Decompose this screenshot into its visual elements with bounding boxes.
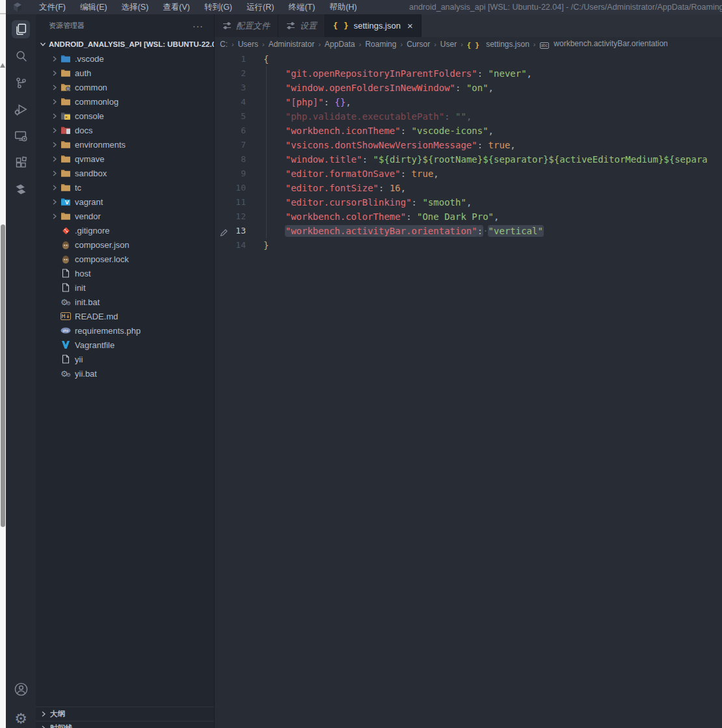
- code-line-2[interactable]: 2 "git.openRepositoryInParentFolders": "…: [215, 66, 722, 81]
- breadcrumb-item-6[interactable]: User: [440, 40, 457, 49]
- line-number: 9: [215, 167, 246, 181]
- tree-item-composer.json[interactable]: composer.json: [36, 237, 214, 252]
- code-line-11[interactable]: 11 "editor.cursorBlinking": "smooth",: [215, 195, 722, 209]
- account-icon[interactable]: [12, 680, 30, 698]
- line-number: 11: [215, 195, 246, 209]
- tree-root-folder[interactable]: ANDROID_ANALYSIS_API [WSL: UBUNTU-22.04]: [36, 37, 214, 51]
- line-number: 3: [215, 81, 246, 95]
- titlebar: 文件(F)编辑(E)选择(S)查看(V)转到(G)运行(R)终端(T)帮助(H)…: [6, 0, 722, 14]
- tree-item-qvmave[interactable]: qvmave: [36, 152, 214, 166]
- breadcrumb-item-7[interactable]: { } settings.json: [466, 40, 530, 49]
- folder-vagrant-icon: V: [60, 196, 72, 207]
- code-line-6[interactable]: 6 "workbench.iconTheme": "vscode-icons",: [215, 124, 722, 138]
- menu-item-4[interactable]: 转到(G): [197, 0, 239, 14]
- tree-item-commonlog[interactable]: commonlog: [36, 94, 214, 109]
- tree-item-yii.bat[interactable]: ⚙⚙yii.bat: [36, 366, 214, 381]
- close-icon[interactable]: ×: [407, 21, 413, 31]
- tree-item-READE.md[interactable]: READE.md: [36, 309, 214, 323]
- source-control-icon[interactable]: [12, 74, 30, 92]
- menu-item-6[interactable]: 终端(T): [281, 0, 322, 14]
- breadcrumb-item-1[interactable]: Users: [237, 40, 259, 49]
- chevron-right-icon: [49, 113, 60, 119]
- menu-item-1[interactable]: 编辑(E): [73, 0, 114, 14]
- breadcrumb-item-3[interactable]: AppData: [324, 40, 356, 49]
- chevron-right-icon: [49, 213, 60, 219]
- menu-item-3[interactable]: 查看(V): [155, 0, 197, 14]
- code-line-10[interactable]: 10 "editor.fontSize": 16,: [215, 181, 722, 195]
- run-debug-icon[interactable]: [12, 100, 30, 118]
- tree-item-host[interactable]: host: [36, 266, 214, 280]
- tree-item-common[interactable]: common: [36, 80, 214, 94]
- bat-icon: ⚙⚙: [60, 297, 72, 307]
- tree-item-environments[interactable]: environments: [36, 137, 214, 152]
- tree-item-composer.lock[interactable]: composer.lock: [36, 252, 214, 266]
- folder-icon: [60, 139, 72, 150]
- code-line-8[interactable]: 8 "window.title": "${dirty}${rootName}${…: [215, 152, 722, 167]
- tree-item-sandbox[interactable]: sandbox: [36, 166, 214, 180]
- line-number: 10: [215, 181, 246, 195]
- code-line-9[interactable]: 9 "editor.formatOnSave": true,: [215, 167, 722, 181]
- tree-item-yii[interactable]: yii: [36, 352, 214, 366]
- folder-common-icon: [60, 82, 72, 92]
- background-window-strip: [0, 0, 6, 728]
- more-actions-icon[interactable]: ···: [193, 21, 204, 31]
- code-line-13[interactable]: 13 "workbench.activityBar.orientation":·…: [215, 224, 722, 238]
- line-number: 5: [215, 109, 246, 124]
- tree-item-vagrant[interactable]: Vvagrant: [36, 195, 214, 209]
- breadcrumb-separator: ›: [228, 40, 237, 48]
- tree-item-label: composer.lock: [75, 254, 129, 264]
- editor-tab-2[interactable]: { }settings.json×: [325, 14, 421, 37]
- strip-divider: [0, 13, 6, 14]
- remote-explorer-icon[interactable]: [12, 127, 30, 145]
- line-number: 6: [215, 124, 246, 138]
- breadcrumb-separator: ›: [259, 40, 268, 48]
- menu-item-0[interactable]: 文件(F): [32, 0, 73, 14]
- timeline-section[interactable]: 时间线: [36, 721, 214, 728]
- json-icon: { }: [467, 41, 483, 49]
- editor-tab-0[interactable]: 配置文件: [215, 14, 278, 37]
- chevron-right-icon: [49, 85, 60, 90]
- code-line-12[interactable]: 12 "workbench.colorTheme": "One Dark Pro…: [215, 209, 722, 224]
- tree-item-init.bat[interactable]: ⚙⚙init.bat: [36, 295, 214, 309]
- tree-item-console[interactable]: >_console: [36, 109, 214, 123]
- code-line-14[interactable]: 14}: [215, 238, 722, 252]
- code-line-1[interactable]: 1{: [215, 52, 722, 66]
- tree-item-.gitignore[interactable]: .gitignore: [36, 223, 214, 237]
- extensions-icon[interactable]: [12, 154, 30, 172]
- tree-item-label: Vagrantfile: [75, 340, 114, 350]
- background-scrollbar-thumb[interactable]: [1, 224, 5, 527]
- tree-item-init[interactable]: init: [36, 280, 214, 295]
- tree-item-auth[interactable]: auth: [36, 66, 214, 80]
- code-editor[interactable]: 1{2 "git.openRepositoryInParentFolders":…: [215, 51, 722, 252]
- tree-item-Vagrantfile[interactable]: Vagrantfile: [36, 338, 214, 352]
- tree-item-docs[interactable]: docs: [36, 123, 214, 137]
- tree-item-tc[interactable]: tc: [36, 180, 214, 195]
- menu-item-2[interactable]: 选择(S): [114, 0, 156, 14]
- sidebar-title: 资源管理器: [49, 21, 85, 31]
- chevron-right-icon: [49, 170, 60, 176]
- explorer-icon[interactable]: [12, 20, 30, 38]
- activity-bar-bottom: ⚙: [12, 668, 30, 728]
- editor-tab-1[interactable]: 设置: [278, 14, 325, 37]
- code-line-4[interactable]: 4 "[php]": {},: [215, 95, 722, 109]
- extension-diamond-icon[interactable]: [12, 180, 30, 198]
- tree-item-vendor[interactable]: vendor: [36, 209, 214, 223]
- breadcrumb-item-8[interactable]: abc workbench.activityBar.orientation: [539, 39, 669, 49]
- chevron-right-icon: [40, 725, 50, 728]
- tree-item-requirements.php[interactable]: phprequirements.php: [36, 323, 214, 338]
- breadcrumb-item-5[interactable]: Cursor: [406, 40, 431, 49]
- tree-item-.vscode[interactable]: .vscode: [36, 51, 214, 66]
- breadcrumb-item-4[interactable]: Roaming: [364, 40, 397, 49]
- code-line-3[interactable]: 3 "window.openFoldersInNewWindow": "on",: [215, 81, 722, 95]
- outline-section[interactable]: 大纲: [36, 707, 214, 721]
- search-icon[interactable]: [12, 47, 30, 65]
- breadcrumb-item-0[interactable]: C:: [219, 40, 228, 49]
- breadcrumb-item-2[interactable]: Administrator: [268, 40, 315, 49]
- menu-item-7[interactable]: 帮助(H): [322, 0, 364, 14]
- code-line-7[interactable]: 7 "vsicons.dontShowNewVersionMessage": t…: [215, 138, 722, 152]
- code-line-5[interactable]: 5 "php.validate.executablePath": "",: [215, 109, 722, 124]
- settings-gear-icon[interactable]: ⚙: [12, 710, 30, 728]
- menu-item-5[interactable]: 运行(R): [239, 0, 281, 14]
- tree-item-label: init: [75, 283, 86, 293]
- sidebar-bottom-sections: 大纲 时间线: [36, 707, 214, 728]
